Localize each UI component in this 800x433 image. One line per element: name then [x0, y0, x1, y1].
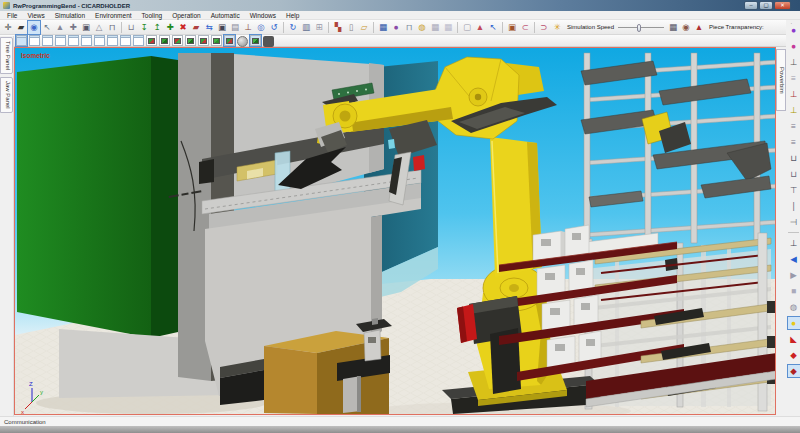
- die-u-icon[interactable]: ⊔: [788, 168, 800, 180]
- punch-remove-icon[interactable]: ⊥: [788, 88, 800, 100]
- snapshot-icon[interactable]: ▣: [80, 21, 92, 34]
- right-tab-powerbim[interactable]: Powerbim: [776, 49, 786, 111]
- 3d-viewport[interactable]: Z y x Isometric: [14, 47, 776, 415]
- menu-file[interactable]: File: [7, 12, 17, 19]
- punch-i-icon[interactable]: |: [788, 200, 800, 212]
- robot-alarm-icon[interactable]: ▲: [693, 21, 705, 34]
- collision-check-icon[interactable]: ✳: [551, 21, 563, 34]
- material-sphere-icon[interactable]: ●: [390, 21, 402, 34]
- minimize-button[interactable]: –: [744, 1, 758, 10]
- station-list-b-icon[interactable]: ≡: [788, 136, 800, 148]
- save-file-icon[interactable]: ▦: [377, 21, 389, 34]
- show-wire-red-icon[interactable]: [172, 35, 183, 46]
- tool-change-icon[interactable]: ⊥: [788, 237, 800, 249]
- punch-t-icon[interactable]: ⊤: [788, 184, 800, 196]
- die-holder-icon[interactable]: ≡: [788, 72, 800, 84]
- target-point-icon[interactable]: ◎: [255, 21, 267, 34]
- cross-section-icon[interactable]: ✚: [67, 21, 79, 34]
- hi-eye-icon[interactable]: ◉: [680, 21, 692, 34]
- sheet-stack-icon[interactable]: ▤: [229, 21, 241, 34]
- show-solid-red-icon[interactable]: [146, 35, 157, 46]
- alarm-list-icon[interactable]: ◆: [788, 349, 800, 361]
- pan-tool-icon[interactable]: ✛: [2, 21, 14, 34]
- new-file-icon[interactable]: ▯: [345, 21, 357, 34]
- orbit-tool-icon[interactable]: ◉: [28, 21, 40, 34]
- menu-help[interactable]: Help: [286, 12, 299, 19]
- viewport-iso-icon[interactable]: [16, 35, 27, 46]
- robot-config-icon[interactable]: ▚: [332, 21, 344, 34]
- maximize-button[interactable]: ▢: [759, 1, 773, 10]
- close-button[interactable]: ✕: [774, 1, 791, 10]
- tool-lamp-off-icon[interactable]: ◍: [788, 301, 800, 313]
- grid-b-icon[interactable]: ▦: [442, 21, 454, 34]
- viewport-left-icon[interactable]: [55, 35, 66, 46]
- world-view-icon[interactable]: [237, 36, 248, 47]
- show-green-icon[interactable]: [211, 35, 222, 46]
- viewport-front-icon[interactable]: [29, 35, 40, 46]
- viewport-right-icon[interactable]: [68, 35, 79, 46]
- sheet-export-icon[interactable]: ↥: [151, 21, 163, 34]
- lift-tool-icon[interactable]: ▲: [54, 21, 66, 34]
- rotate-ccw-icon[interactable]: ↺: [268, 21, 280, 34]
- pointer-wrench-icon[interactable]: ↖: [487, 21, 499, 34]
- show-solid-icon[interactable]: [159, 35, 170, 46]
- show-mixed-icon[interactable]: [198, 35, 209, 46]
- sheet-add-icon[interactable]: ✚: [164, 21, 176, 34]
- sim-to-start-icon[interactable]: ◀: [788, 253, 800, 265]
- viewport-bottom-icon[interactable]: [94, 35, 105, 46]
- press-side-icon[interactable]: ⊔: [125, 21, 137, 34]
- lamp-on-icon[interactable]: ●: [788, 317, 800, 329]
- grid-a-icon[interactable]: ▦: [429, 21, 441, 34]
- machine-setup-icon[interactable]: ⊓: [403, 21, 415, 34]
- menu-environment[interactable]: Environment: [95, 12, 132, 19]
- menu-tooling[interactable]: Tooling: [142, 12, 163, 19]
- tab-tree-panel[interactable]: Tree Panel: [0, 37, 13, 74]
- refresh-views-icon[interactable]: ⇆: [203, 21, 215, 34]
- part-colors-icon[interactable]: ●: [788, 40, 800, 52]
- record-view-icon[interactable]: ▦: [667, 21, 679, 34]
- menu-windows[interactable]: Windows: [250, 12, 276, 19]
- rotate-cw-icon[interactable]: ↻: [287, 21, 299, 34]
- menu-views[interactable]: Views: [27, 12, 44, 19]
- monitor-view-icon[interactable]: ▥: [300, 21, 312, 34]
- punch-add-icon[interactable]: ⊥: [788, 104, 800, 116]
- capture-view-icon[interactable]: [263, 36, 274, 47]
- viewport-custom-icon[interactable]: [133, 35, 144, 46]
- cone-view-icon[interactable]: △: [93, 21, 105, 34]
- menu-operation[interactable]: Operation: [172, 12, 201, 19]
- part-library-icon[interactable]: ●: [788, 24, 800, 36]
- lock-tool-icon[interactable]: ◍: [416, 21, 428, 34]
- viewport-back-icon[interactable]: [81, 35, 92, 46]
- menu-simulation[interactable]: Simulation: [55, 12, 85, 19]
- camera-view-icon[interactable]: ▣: [216, 21, 228, 34]
- viewport-quad-icon[interactable]: [120, 35, 131, 46]
- punch-l-icon[interactable]: ⊣: [788, 216, 800, 228]
- die-v-icon[interactable]: ⊔: [788, 152, 800, 164]
- gripper-a-icon[interactable]: ⊂: [519, 21, 531, 34]
- gripper-b-icon[interactable]: ⊃: [538, 21, 550, 34]
- tab-jaw-panel[interactable]: Jaw Panel: [0, 77, 13, 113]
- piece-view-icon[interactable]: [250, 35, 261, 46]
- show-shaded-icon[interactable]: [185, 35, 196, 46]
- sheet-import-icon[interactable]: ↧: [138, 21, 150, 34]
- flat-sheet-icon[interactable]: ▰: [15, 21, 27, 34]
- punch-holder-icon[interactable]: ⊥: [788, 56, 800, 68]
- show-check-icon[interactable]: [224, 35, 235, 46]
- tool-setup-icon[interactable]: ⊥: [242, 21, 254, 34]
- cell-layout-icon[interactable]: ⊞: [313, 21, 325, 34]
- station-list-a-icon[interactable]: ≡: [788, 120, 800, 132]
- sheet-replace-icon[interactable]: ▰: [190, 21, 202, 34]
- viewport-split-icon[interactable]: [107, 35, 118, 46]
- press-front-icon[interactable]: ⊓: [106, 21, 118, 34]
- kiln-box-icon[interactable]: ▣: [506, 21, 518, 34]
- sim-stop-icon[interactable]: ■: [788, 285, 800, 297]
- menu-automatic[interactable]: Automatic: [211, 12, 240, 19]
- collision-alert-icon[interactable]: ◆: [788, 365, 800, 377]
- notes-icon[interactable]: ▢: [461, 21, 473, 34]
- error-log-icon[interactable]: ◣: [788, 333, 800, 345]
- viewport-top-icon[interactable]: [42, 35, 53, 46]
- open-file-icon[interactable]: ▱: [358, 21, 370, 34]
- robot-jog-icon[interactable]: ▲: [474, 21, 486, 34]
- sheet-delete-icon[interactable]: ✖: [177, 21, 189, 34]
- measure-tool-icon[interactable]: ↖: [41, 21, 53, 34]
